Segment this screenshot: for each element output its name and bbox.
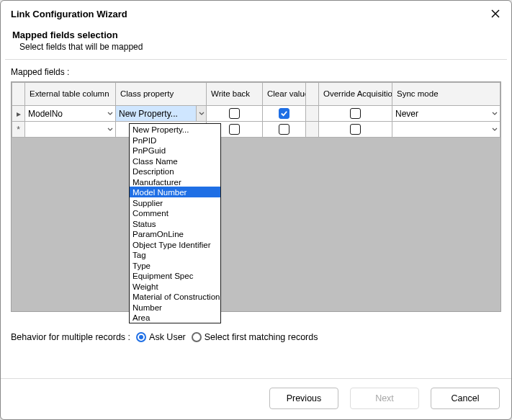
table-row: ▸ModelNoNew Property...Never [12, 106, 500, 122]
combo-cell[interactable]: New Property... [116, 106, 206, 121]
chevron-down-icon [196, 106, 206, 121]
next-button[interactable]: Next [350, 388, 419, 409]
dropdown-item[interactable]: Number [130, 302, 220, 313]
dropdown-item[interactable]: Material of Construction [130, 291, 220, 302]
col-gap [306, 83, 319, 106]
check-icon [280, 110, 288, 117]
combo-value: ModelNo [28, 109, 105, 119]
checkbox[interactable] [350, 124, 361, 135]
grid-label: Mapped fields : [11, 67, 501, 77]
radio-icon [136, 332, 146, 342]
dropdown-item[interactable]: Type [130, 260, 220, 271]
radio-icon [192, 332, 202, 342]
combo-cell[interactable] [392, 122, 500, 137]
dropdown-item[interactable]: New Property... [130, 124, 220, 135]
page-title: Mapped fields selection [12, 30, 500, 40]
mapped-fields-grid: External table column Class property Wri… [11, 81, 501, 312]
behavior-label: Behavior for multiple records : [11, 332, 130, 342]
cancel-button[interactable]: Cancel [431, 388, 500, 409]
checkbox[interactable] [279, 108, 289, 119]
combo-cell[interactable]: ModelNo [25, 106, 115, 121]
dropdown-item[interactable]: Area [130, 312, 220, 323]
dropdown-item[interactable]: ParamOnLine [130, 228, 220, 239]
dropdown-item[interactable]: PnPGuid [130, 145, 220, 156]
dropdown-item[interactable]: Class Name [130, 156, 220, 166]
title-bar: Link Configuration Wizard [1, 1, 511, 25]
col-external[interactable]: External table column [25, 83, 116, 106]
window-title: Link Configuration Wizard [11, 9, 127, 19]
col-sync-mode[interactable]: Sync mode [392, 83, 500, 106]
combo-value: New Property... [119, 109, 196, 119]
row-marker: ▸ [12, 106, 25, 122]
col-clear-value[interactable]: Clear value [263, 83, 306, 106]
chevron-down-icon [105, 122, 115, 137]
combo-cell[interactable]: Never [392, 106, 500, 121]
close-icon [491, 9, 500, 18]
close-button[interactable] [487, 5, 504, 22]
chevron-down-icon [105, 106, 115, 121]
dropdown-item[interactable]: Model Number [130, 187, 220, 197]
combo-value: Never [395, 109, 490, 119]
col-class-property[interactable]: Class property [116, 83, 207, 106]
previous-button[interactable]: Previous [269, 388, 338, 409]
col-override[interactable]: Override Acquisition Mode [319, 83, 392, 106]
checkbox[interactable] [229, 108, 240, 119]
wizard-window: Link Configuration Wizard Mapped fields … [0, 0, 512, 420]
checkbox[interactable] [229, 124, 240, 135]
chevron-down-icon [490, 106, 500, 121]
dropdown-item[interactable]: Comment [130, 207, 220, 218]
dropdown-item[interactable]: Manufacturer [130, 177, 220, 187]
row-marker: * [12, 122, 25, 138]
chevron-down-icon [490, 122, 500, 137]
page-subtitle: Select fields that will be mapped [19, 42, 500, 52]
combo-cell[interactable] [25, 122, 115, 137]
radio-label: Select first matching records [205, 332, 318, 342]
radio-label: Ask User [149, 332, 186, 342]
wizard-header: Mapped fields selection Select fields th… [1, 25, 511, 59]
dropdown-item[interactable]: Status [130, 218, 220, 229]
wizard-footer: Previous Next Cancel [1, 378, 511, 419]
checkbox[interactable] [279, 124, 289, 135]
gap-cell [306, 106, 319, 122]
table-row: * [12, 122, 500, 138]
dropdown-item[interactable]: Tag [130, 249, 220, 260]
divider [5, 59, 507, 60]
checkbox[interactable] [350, 108, 361, 119]
behavior-row: Behavior for multiple records : Ask User… [11, 332, 501, 342]
dropdown-item[interactable]: PnPID [130, 135, 220, 146]
row-header-corner [12, 83, 25, 106]
col-write-back[interactable]: Write back [207, 83, 263, 106]
radio-ask-user[interactable]: Ask User [136, 332, 186, 342]
dropdown-item[interactable]: Supplier [130, 197, 220, 208]
radio-select-first[interactable]: Select first matching records [192, 332, 318, 342]
dropdown-item[interactable]: Description [130, 166, 220, 177]
dropdown-item[interactable]: Object Type Identifier [130, 239, 220, 250]
dropdown-item[interactable]: Weight [130, 281, 220, 292]
dropdown-item[interactable]: Equipment Spec [130, 270, 220, 281]
class-property-dropdown[interactable]: New Property...PnPIDPnPGuidClass NameDes… [129, 123, 221, 323]
gap-cell [306, 122, 319, 138]
